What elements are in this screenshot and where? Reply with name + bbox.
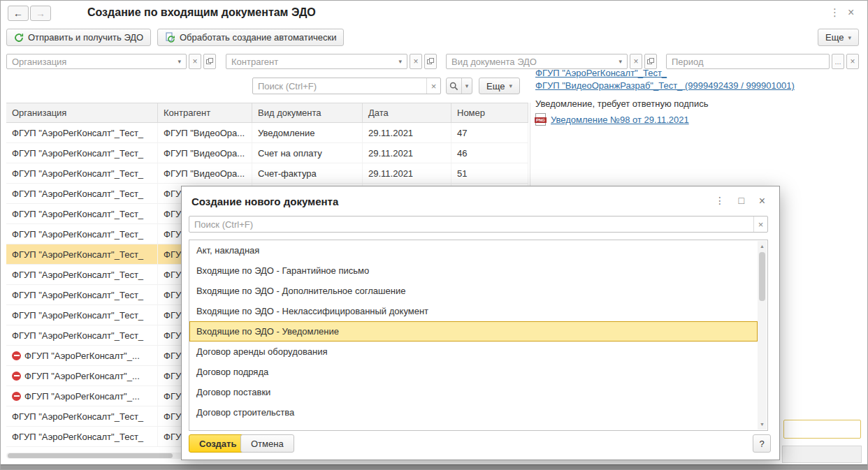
- counterparty-choose-button[interactable]: [424, 54, 437, 69]
- horizontal-scrollbar-thumb[interactable]: [8, 453, 173, 458]
- preview-organization-link[interactable]: ФГУП "АэроРегКонсалт"_Тест_: [535, 68, 667, 78]
- period-filter-placeholder: Период: [672, 57, 704, 67]
- dialog-search-input[interactable]: Поиск (Ctrl+F): [189, 216, 753, 232]
- preview-note-text: Уведомление, требует ответную подпись: [535, 98, 708, 109]
- table-cell: ФГУП "АэроРегКонсалт"_...: [6, 346, 158, 365]
- period-dots-button[interactable]: ...: [832, 54, 844, 69]
- window-kebab-menu[interactable]: ⋮: [830, 6, 840, 19]
- dialog-scrollbar-thumb[interactable]: [759, 252, 765, 301]
- deletion-mark-icon: [12, 351, 21, 360]
- table-cell: ФГУП "АэроРегКонсалт"_Тест_: [6, 406, 158, 426]
- create-button[interactable]: Создать: [189, 434, 247, 453]
- table-cell: ФГУП "АэроРегКонсалт"_Тест_: [6, 123, 158, 142]
- create-button-label: Создать: [199, 439, 236, 449]
- nav-forward-button[interactable]: →: [30, 6, 51, 21]
- dialog-close-button[interactable]: ×: [759, 195, 765, 207]
- dropdown-arrow-icon[interactable]: ▾: [175, 58, 181, 65]
- doc-type-item[interactable]: Входящие по ЭДО - Гарантийное письмо: [189, 260, 758, 281]
- window-bottom-edge: [1, 464, 867, 469]
- cancel-button[interactable]: Отмена: [240, 434, 294, 453]
- organization-clear-button[interactable]: ×: [189, 54, 201, 69]
- send-receive-edo-button[interactable]: Отправить и получить ЭДО: [6, 29, 151, 46]
- list-more-button[interactable]: Еще ▾: [479, 78, 520, 94]
- organization-choose-button[interactable]: [203, 54, 216, 69]
- dropdown-arrow-icon[interactable]: ▾: [616, 58, 622, 65]
- help-button[interactable]: ?: [753, 434, 771, 453]
- chevron-down-icon[interactable]: ▾: [461, 78, 472, 94]
- doc-type-choose-button[interactable]: [644, 54, 657, 69]
- counterparty-filter-input[interactable]: Контрагент ▾: [226, 54, 407, 69]
- table-search: Поиск (Ctrl+F) ×: [252, 78, 441, 94]
- doc-type-item[interactable]: Входящие по ЭДО - Дополнительное соглаше…: [189, 281, 758, 301]
- table-row[interactable]: ФГУП "АэроРегКонсалт"_Тест_ФГУП "ВидеоОр…: [6, 163, 528, 184]
- table-cell: Счет-фактура: [252, 163, 363, 183]
- table-cell: ФГУП "АэроРегКонсалт"_Тест_: [6, 143, 158, 163]
- bottom-right-panel: [782, 446, 862, 463]
- table-cell: ФГУП "АэроРегКонсалт"_Тест_: [6, 305, 158, 325]
- table-cell: ФГУП "АэроРегКонсалт"_...: [6, 386, 158, 406]
- table-row[interactable]: ФГУП "АэроРегКонсалт"_Тест_ФГУП "ВидеоОр…: [6, 123, 528, 143]
- doc-type-filter: Вид документа ЭДО ▾ ×: [446, 54, 657, 69]
- search-options-button[interactable]: ▾: [446, 78, 472, 94]
- send-receive-edo-label: Отправить и получить ЭДО: [28, 32, 143, 43]
- process-document-icon: [165, 32, 175, 43]
- table-cell: ФГУП "АэроРегКонсалт"_Тест_: [6, 184, 158, 203]
- doc-type-item[interactable]: Договор строительства: [189, 402, 758, 423]
- window-close-button[interactable]: ×: [848, 6, 854, 19]
- table-cell: ФГУП "АэроРегКонсалт"_Тест_: [6, 427, 158, 446]
- scroll-up-icon[interactable]: ▲: [758, 242, 767, 251]
- table-cell: 51: [451, 163, 528, 183]
- table-search-input[interactable]: Поиск (Ctrl+F): [253, 78, 426, 94]
- column-header-date[interactable]: Дата: [363, 103, 451, 122]
- doc-type-filter-placeholder: Вид документа ЭДО: [451, 57, 537, 67]
- dialog-scrollbar[interactable]: ▲ ▼: [758, 241, 767, 429]
- table-row[interactable]: ФГУП "АэроРегКонсалт"_Тест_ФГУП "ВидеоОр…: [6, 143, 528, 163]
- scroll-down-icon[interactable]: ▼: [758, 420, 767, 429]
- column-header-number[interactable]: Номер: [451, 103, 528, 122]
- period-clear-button[interactable]: ×: [846, 54, 859, 69]
- refresh-icon: [14, 33, 24, 43]
- process-auto-button[interactable]: Обработать создание автоматически: [157, 29, 344, 46]
- table-cell: ФГУП "ВидеоОра...: [158, 143, 252, 163]
- doc-type-list: Акт, накладнаяВходящие по ЭДО - Гарантий…: [189, 240, 768, 431]
- period-filter-input[interactable]: Период: [666, 54, 830, 69]
- nav-back-button[interactable]: ←: [8, 6, 29, 21]
- toolbar-more-button[interactable]: Еще ▾: [818, 29, 859, 46]
- table-cell: ФГУП "ВидеоОра...: [158, 123, 252, 142]
- doc-type-item[interactable]: Договор аренды оборудования: [189, 342, 758, 362]
- chevron-down-icon: ▾: [509, 82, 512, 89]
- doc-type-item[interactable]: Акт, накладная: [189, 240, 758, 260]
- doc-type-item[interactable]: Входящие по ЭДО - Уведомление: [189, 321, 758, 342]
- doc-type-filter-input[interactable]: Вид документа ЭДО ▾: [446, 54, 628, 69]
- process-auto-label: Обработать создание автоматически: [180, 32, 336, 43]
- doc-type-clear-button[interactable]: ×: [630, 54, 642, 69]
- column-header-doc-type[interactable]: Вид документа: [252, 103, 363, 122]
- preview-file-link[interactable]: Уведомление №98 от 29.11.2021: [551, 115, 689, 125]
- doc-type-item[interactable]: Договор подряда: [189, 362, 758, 382]
- table-cell: Уведомление: [252, 123, 363, 142]
- dialog-kebab-menu[interactable]: ⋮: [715, 195, 725, 206]
- back-arrow-icon: ←: [13, 8, 23, 19]
- dialog-search: Поиск (Ctrl+F) ×: [189, 216, 768, 233]
- search-clear-button[interactable]: ×: [426, 78, 440, 94]
- preview-counterparty-link[interactable]: ФГУП "ВидеоОранжРазраб"_Тест_ (999949243…: [535, 80, 795, 91]
- doc-type-item[interactable]: Входящие по ЭДО - Неклассифицированный д…: [189, 301, 758, 321]
- preview-file-row: PNG Уведомление №98 от 29.11.2021: [535, 113, 689, 126]
- doc-type-item[interactable]: Договор поставки: [189, 382, 758, 402]
- table-cell: ФГУП "ВидеоОра...: [158, 163, 252, 183]
- dropdown-arrow-icon[interactable]: ▾: [396, 58, 402, 65]
- dialog-search-clear-button[interactable]: ×: [753, 216, 767, 232]
- dialog-maximize-button[interactable]: □: [739, 195, 744, 206]
- overlap-squares-icon: [427, 58, 434, 65]
- main-window: ← → Создание по входящим документам ЭДО …: [0, 0, 868, 470]
- page-title: Создание по входящим документам ЭДО: [87, 6, 316, 19]
- counterparty-clear-button[interactable]: ×: [410, 54, 422, 69]
- png-file-icon: PNG: [535, 113, 546, 126]
- forward-arrow-icon: →: [36, 8, 45, 19]
- column-header-counterparty[interactable]: Контрагент: [158, 103, 252, 122]
- column-header-organization[interactable]: Организация: [6, 103, 158, 122]
- comment-field[interactable]: [783, 420, 861, 439]
- organization-filter-input[interactable]: Организация ▾: [6, 54, 187, 69]
- organization-filter-placeholder: Организация: [12, 57, 66, 67]
- deletion-mark-icon: [12, 392, 21, 401]
